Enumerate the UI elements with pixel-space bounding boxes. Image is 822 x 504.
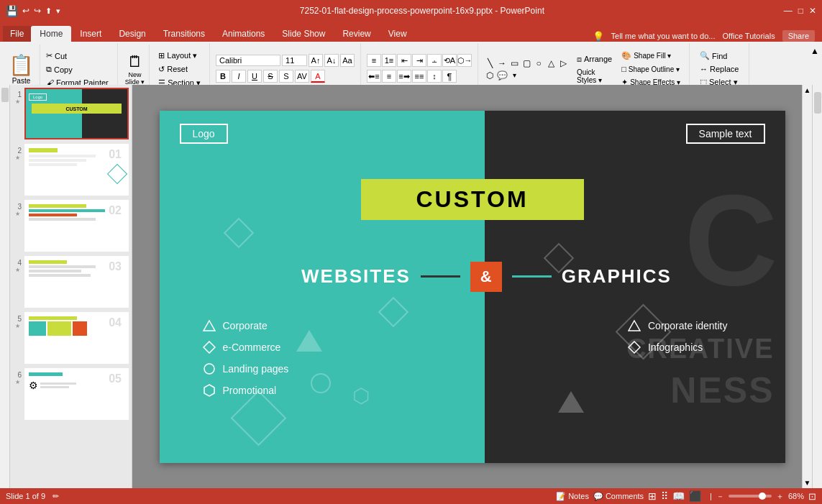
- text-direction-button[interactable]: ⟲A: [442, 54, 457, 67]
- save-icon[interactable]: 💾: [6, 5, 18, 17]
- oval-shape[interactable]: ○: [533, 58, 544, 69]
- redo-icon[interactable]: ↪: [34, 6, 41, 16]
- callout-shape[interactable]: 💬: [496, 70, 508, 81]
- custom-badge[interactable]: CUSTOM: [361, 179, 584, 220]
- reset-button[interactable]: ↺ Reset: [155, 63, 204, 75]
- autosave-icon[interactable]: ⬆: [45, 6, 52, 16]
- align-right-button[interactable]: ≡➡: [397, 70, 411, 83]
- arrange-icon: ⧈: [577, 55, 582, 64]
- column-button[interactable]: ⫠: [427, 54, 442, 67]
- bullets-button[interactable]: ≡: [367, 54, 381, 67]
- paste-button[interactable]: Paste: [12, 77, 31, 85]
- triangle-shape[interactable]: △: [545, 58, 557, 69]
- quick-styles-button[interactable]: Quick Styles ▾: [572, 67, 616, 86]
- layout-button[interactable]: ⊞ Layout ▾: [155, 50, 204, 62]
- slide-img-1[interactable]: Logo CUSTOM: [24, 88, 129, 139]
- restore-button[interactable]: □: [798, 6, 803, 16]
- slide-img-2[interactable]: 01: [24, 144, 129, 196]
- numbering-button[interactable]: 1≡: [382, 54, 396, 67]
- bold-button[interactable]: B: [216, 70, 230, 83]
- rect-shape[interactable]: ▭: [508, 58, 520, 69]
- slide-img-6[interactable]: ⚙ 05: [24, 368, 129, 420]
- shape-outline-button[interactable]: □ Shape Outline ▾: [618, 63, 683, 75]
- slide-thumb-5[interactable]: 5 ★ 04: [13, 312, 129, 364]
- right-scrollbar[interactable]: [812, 85, 822, 488]
- slide-img-5[interactable]: 04: [24, 312, 129, 364]
- italic-button[interactable]: I: [232, 70, 246, 83]
- tab-transitions[interactable]: Transitions: [155, 26, 214, 42]
- line-shape[interactable]: ╲: [484, 58, 496, 69]
- replace-button[interactable]: ↔ Replace: [697, 63, 741, 75]
- increase-font-button[interactable]: A↑: [309, 54, 323, 67]
- slide-thumb-3[interactable]: 3 ★ 02: [13, 200, 129, 252]
- tab-insert[interactable]: Insert: [71, 26, 110, 42]
- slide-thumb-2[interactable]: 2 ★ 01: [13, 144, 129, 196]
- tab-file[interactable]: File: [3, 26, 31, 42]
- arrange-button[interactable]: ⧈ Arrange: [572, 53, 616, 65]
- line-spacing-button[interactable]: ↕: [427, 70, 442, 83]
- zoom-slider[interactable]: [729, 495, 772, 498]
- font-color-button[interactable]: A: [311, 70, 325, 83]
- notes-button[interactable]: 📝 Notes: [556, 492, 589, 501]
- decrease-indent-button[interactable]: ⇤: [397, 54, 411, 67]
- amp-box: &: [470, 262, 502, 292]
- tab-slideshow[interactable]: Slide Show: [273, 26, 334, 42]
- zoom-out-button[interactable]: －: [716, 491, 724, 502]
- shape-fill-button[interactable]: 🎨 Shape Fill ▾: [618, 50, 683, 62]
- slide-thumb-1[interactable]: 1 ★ Logo CUSTOM: [13, 88, 129, 139]
- main-slide[interactable]: C Logo Sample text CUSTOM ⬡ WEBSITES &: [160, 111, 785, 463]
- decrease-font-button[interactable]: A↓: [324, 54, 339, 67]
- rtarrow-shape[interactable]: ▷: [557, 58, 569, 69]
- tab-animations[interactable]: Animations: [214, 26, 273, 42]
- tab-home[interactable]: Home: [31, 26, 71, 42]
- star-shape[interactable]: ⬡: [484, 70, 496, 81]
- copy-button[interactable]: ⧉ Copy: [43, 63, 111, 75]
- sample-text-box[interactable]: Sample text: [686, 124, 765, 144]
- view-slide-sorter-button[interactable]: ⠿: [661, 490, 668, 502]
- undo-icon[interactable]: ↩: [22, 6, 29, 16]
- align-center-button[interactable]: ≡: [382, 70, 396, 83]
- new-slide-label[interactable]: NewSlide ▾: [125, 71, 145, 86]
- arrow-shape[interactable]: →: [496, 58, 508, 69]
- increase-indent-button[interactable]: ⇥: [412, 54, 426, 67]
- zoom-in-button[interactable]: ＋: [776, 491, 784, 502]
- slide-img-3[interactable]: 02: [24, 200, 129, 252]
- view-reading-button[interactable]: 📖: [672, 490, 685, 502]
- font-size-input[interactable]: [282, 55, 307, 66]
- find-button[interactable]: 🔍 Find: [697, 50, 741, 62]
- left-scrollbar[interactable]: [0, 85, 10, 488]
- tab-view[interactable]: View: [380, 26, 416, 42]
- slide-thumb-4[interactable]: 4 ★ 03: [13, 256, 129, 308]
- cut-button[interactable]: ✂ Cut: [43, 50, 111, 62]
- fit-slide-button[interactable]: ⊡: [808, 491, 816, 502]
- share-button[interactable]: Share: [782, 30, 815, 42]
- logo-box[interactable]: Logo: [180, 124, 228, 144]
- slide-thumb-6[interactable]: 6 ★ ⚙ 05: [13, 368, 129, 420]
- tell-me-input[interactable]: Tell me what you want to do...: [611, 32, 716, 40]
- font-family-select[interactable]: [216, 55, 280, 66]
- strikethrough-button[interactable]: S: [263, 70, 278, 83]
- justify-button[interactable]: ≡≡: [412, 70, 426, 83]
- paragraph-btn[interactable]: ¶: [442, 70, 457, 83]
- shadow-button[interactable]: S: [279, 70, 293, 83]
- minimize-button[interactable]: —: [784, 6, 793, 16]
- convert-button[interactable]: ⬡→: [457, 54, 472, 67]
- align-left-button[interactable]: ⬅≡: [367, 70, 381, 83]
- spacing-button[interactable]: AV: [295, 70, 309, 83]
- rounded-rect-shape[interactable]: ▢: [521, 58, 532, 69]
- slide-img-4[interactable]: 03: [24, 256, 129, 308]
- underline-button[interactable]: U: [247, 70, 262, 83]
- office-tutorials-link[interactable]: Office Tutorials: [722, 32, 775, 40]
- window-controls[interactable]: — □ ✕: [784, 6, 816, 16]
- hexagon-icon-1: [203, 384, 216, 397]
- tab-design[interactable]: Design: [110, 26, 154, 42]
- notes-edit-icon[interactable]: ✏: [52, 492, 59, 501]
- view-presenter-button[interactable]: ⬛: [689, 490, 701, 502]
- view-normal-button[interactable]: ⊞: [648, 490, 657, 502]
- tab-review[interactable]: Review: [334, 26, 379, 42]
- canvas-scrollbar[interactable]: ▲ ▼: [802, 85, 812, 488]
- more-shapes-button[interactable]: ▾: [508, 70, 520, 81]
- close-button[interactable]: ✕: [809, 6, 816, 16]
- comments-button[interactable]: 💬 Comments: [593, 492, 644, 501]
- clear-formatting-button[interactable]: Aa: [340, 54, 355, 67]
